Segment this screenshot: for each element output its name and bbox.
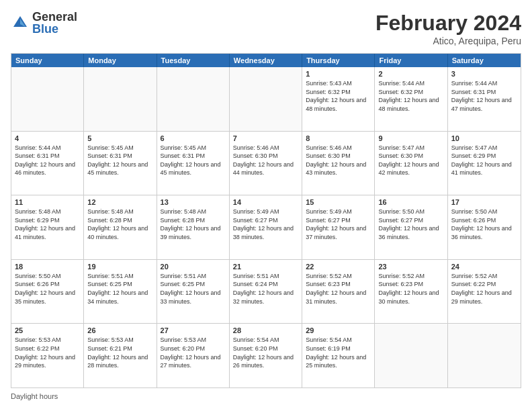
cell-detail: Sunrise: 5:48 AM Sunset: 6:28 PM Dayligh… [87,208,152,241]
day-number: 19 [87,263,152,271]
day-number: 17 [451,198,517,206]
calendar-cell: 24Sunrise: 5:52 AM Sunset: 6:22 PM Dayli… [448,260,521,324]
cell-detail: Sunrise: 5:43 AM Sunset: 6:32 PM Dayligh… [306,79,371,113]
calendar-cell: 7Sunrise: 5:46 AM Sunset: 6:30 PM Daylig… [230,132,302,195]
calendar-cell [375,324,447,387]
calendar-cell: 22Sunrise: 5:52 AM Sunset: 6:23 PM Dayli… [302,260,375,324]
calendar-cell: 25Sunrise: 5:53 AM Sunset: 6:22 PM Dayli… [11,324,84,387]
calendar-cell: 23Sunrise: 5:52 AM Sunset: 6:23 PM Dayli… [375,260,447,324]
cell-detail: Sunrise: 5:50 AM Sunset: 6:27 PM Dayligh… [378,208,443,241]
calendar-cell: 15Sunrise: 5:49 AM Sunset: 6:27 PM Dayli… [302,195,375,259]
cell-detail: Sunrise: 5:48 AM Sunset: 6:28 PM Dayligh… [161,208,226,241]
calendar-cell: 18Sunrise: 5:50 AM Sunset: 6:26 PM Dayli… [11,260,84,324]
day-number: 5 [87,134,152,142]
page: General Blue February 2024 Atico, Arequi… [0,0,532,411]
calendar-header: SundayMondayTuesdayWednesdayThursdayFrid… [11,54,521,67]
calendar-cell: 14Sunrise: 5:49 AM Sunset: 6:27 PM Dayli… [230,195,302,259]
day-number: 15 [306,198,371,206]
calendar-cell: 9Sunrise: 5:47 AM Sunset: 6:30 PM Daylig… [375,132,447,195]
day-number: 3 [451,70,517,78]
day-number: 1 [306,70,371,78]
cell-detail: Sunrise: 5:49 AM Sunset: 6:27 PM Dayligh… [306,208,371,241]
cell-detail: Sunrise: 5:45 AM Sunset: 6:31 PM Dayligh… [87,144,152,177]
day-number: 26 [87,326,152,334]
page-title: February 2024 [375,11,521,36]
cell-detail: Sunrise: 5:50 AM Sunset: 6:26 PM Dayligh… [451,208,517,241]
calendar-cell: 12Sunrise: 5:48 AM Sunset: 6:28 PM Dayli… [84,195,157,259]
cell-detail: Sunrise: 5:46 AM Sunset: 6:30 PM Dayligh… [306,144,371,177]
day-number: 2 [378,70,443,78]
calendar-header-cell: Sunday [11,54,84,67]
logo-icon [11,13,30,32]
day-number: 11 [15,198,80,206]
calendar: SundayMondayTuesdayWednesdayThursdayFrid… [11,53,521,388]
calendar-cell: 29Sunrise: 5:54 AM Sunset: 6:19 PM Dayli… [302,324,375,387]
cell-detail: Sunrise: 5:52 AM Sunset: 6:23 PM Dayligh… [306,272,371,306]
calendar-cell: 28Sunrise: 5:54 AM Sunset: 6:20 PM Dayli… [230,324,302,387]
logo: General Blue [11,11,77,35]
cell-detail: Sunrise: 5:50 AM Sunset: 6:26 PM Dayligh… [15,272,80,306]
title-block: February 2024 Atico, Arequipa, Peru [375,11,521,46]
day-number: 20 [161,263,226,271]
calendar-cell: 19Sunrise: 5:51 AM Sunset: 6:25 PM Dayli… [84,260,157,324]
day-number: 22 [306,263,371,271]
calendar-row: 11Sunrise: 5:48 AM Sunset: 6:29 PM Dayli… [11,195,521,259]
cell-detail: Sunrise: 5:44 AM Sunset: 6:32 PM Dayligh… [378,79,443,113]
calendar-cell: 21Sunrise: 5:51 AM Sunset: 6:24 PM Dayli… [230,260,302,324]
calendar-cell: 26Sunrise: 5:53 AM Sunset: 6:21 PM Dayli… [84,324,157,387]
cell-detail: Sunrise: 5:54 AM Sunset: 6:20 PM Dayligh… [233,336,298,369]
day-number: 13 [161,198,226,206]
day-number: 27 [161,326,226,334]
cell-detail: Sunrise: 5:44 AM Sunset: 6:31 PM Dayligh… [451,79,517,113]
calendar-cell: 2Sunrise: 5:44 AM Sunset: 6:32 PM Daylig… [375,67,447,131]
calendar-cell [157,67,230,131]
cell-detail: Sunrise: 5:53 AM Sunset: 6:20 PM Dayligh… [161,336,226,369]
cell-detail: Sunrise: 5:45 AM Sunset: 6:31 PM Dayligh… [161,144,226,177]
day-number: 24 [451,263,517,271]
page-subtitle: Atico, Arequipa, Peru [375,36,521,46]
calendar-cell: 20Sunrise: 5:51 AM Sunset: 6:25 PM Dayli… [157,260,230,324]
day-number: 12 [87,198,152,206]
cell-detail: Sunrise: 5:52 AM Sunset: 6:22 PM Dayligh… [451,272,517,306]
calendar-cell [230,67,302,131]
day-number: 28 [233,326,298,334]
calendar-cell: 8Sunrise: 5:46 AM Sunset: 6:30 PM Daylig… [302,132,375,195]
cell-detail: Sunrise: 5:51 AM Sunset: 6:24 PM Dayligh… [233,272,298,306]
logo-general: General [32,11,77,23]
cell-detail: Sunrise: 5:44 AM Sunset: 6:31 PM Dayligh… [15,144,80,177]
calendar-header-cell: Tuesday [157,54,230,67]
calendar-cell: 6Sunrise: 5:45 AM Sunset: 6:31 PM Daylig… [157,132,230,195]
day-number: 23 [378,263,443,271]
cell-detail: Sunrise: 5:53 AM Sunset: 6:21 PM Dayligh… [87,336,152,369]
calendar-cell: 4Sunrise: 5:44 AM Sunset: 6:31 PM Daylig… [11,132,84,195]
calendar-body: 1Sunrise: 5:43 AM Sunset: 6:32 PM Daylig… [11,67,521,387]
cell-detail: Sunrise: 5:52 AM Sunset: 6:23 PM Dayligh… [378,272,443,306]
footer: Daylight hours [11,392,521,400]
calendar-cell: 16Sunrise: 5:50 AM Sunset: 6:27 PM Dayli… [375,195,447,259]
day-number: 9 [378,134,443,142]
calendar-header-cell: Wednesday [230,54,302,67]
day-number: 29 [306,326,371,334]
calendar-cell: 27Sunrise: 5:53 AM Sunset: 6:20 PM Dayli… [157,324,230,387]
day-number: 21 [233,263,298,271]
cell-detail: Sunrise: 5:51 AM Sunset: 6:25 PM Dayligh… [161,272,226,306]
calendar-cell [84,67,157,131]
day-number: 7 [233,134,298,142]
calendar-cell: 13Sunrise: 5:48 AM Sunset: 6:28 PM Dayli… [157,195,230,259]
calendar-cell: 17Sunrise: 5:50 AM Sunset: 6:26 PM Dayli… [448,195,521,259]
calendar-cell: 1Sunrise: 5:43 AM Sunset: 6:32 PM Daylig… [302,67,375,131]
day-number: 25 [15,326,80,334]
logo-blue: Blue [32,23,77,35]
day-number: 6 [161,134,226,142]
day-number: 16 [378,198,443,206]
calendar-header-cell: Thursday [302,54,375,67]
calendar-row: 4Sunrise: 5:44 AM Sunset: 6:31 PM Daylig… [11,131,521,195]
cell-detail: Sunrise: 5:48 AM Sunset: 6:29 PM Dayligh… [15,208,80,241]
cell-detail: Sunrise: 5:51 AM Sunset: 6:25 PM Dayligh… [87,272,152,306]
calendar-cell: 10Sunrise: 5:47 AM Sunset: 6:29 PM Dayli… [448,132,521,195]
calendar-row: 1Sunrise: 5:43 AM Sunset: 6:32 PM Daylig… [11,67,521,131]
calendar-header-cell: Monday [84,54,157,67]
day-number: 14 [233,198,298,206]
day-number: 8 [306,134,371,142]
calendar-cell: 3Sunrise: 5:44 AM Sunset: 6:31 PM Daylig… [448,67,521,131]
